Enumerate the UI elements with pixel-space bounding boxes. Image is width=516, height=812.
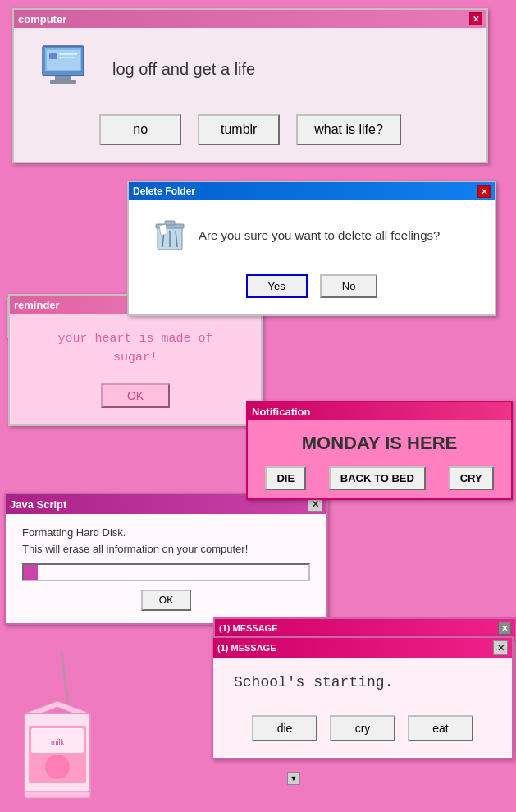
message-die-button[interactable]: die (252, 715, 317, 741)
message-eat-button[interactable]: eat (408, 715, 473, 741)
monday-heading: MONDAY IS HERE (248, 420, 511, 462)
js-ok-button[interactable]: OK (141, 590, 191, 611)
notification-title: Notification (252, 406, 311, 418)
computer-life-button[interactable]: what is life? (296, 114, 401, 145)
computer-no-button[interactable]: no (99, 114, 181, 145)
reminder-message: your heart is made ofsugar! (26, 330, 244, 367)
message2-close-btn[interactable]: ✕ (493, 640, 508, 655)
progress-bar (24, 565, 38, 580)
js-title: Java Script (10, 498, 66, 511)
delete-titlebar: Delete Folder ✕ (129, 182, 495, 200)
back-to-bed-button[interactable]: BACK TO BED (329, 466, 426, 490)
computer-title: computer (18, 13, 66, 25)
delete-title: Delete Folder (133, 186, 195, 197)
svg-rect-14 (159, 224, 167, 235)
svg-rect-10 (165, 221, 175, 225)
js-line2: This will erase all information on your … (22, 543, 310, 555)
svg-rect-2 (55, 76, 71, 80)
reminder-ok-button[interactable]: OK (101, 383, 170, 408)
reminder-title: reminder (14, 299, 60, 311)
computer-titlebar: computer ✕ (14, 10, 486, 28)
svg-rect-7 (59, 57, 74, 58)
computer-message: log off and get a life (112, 60, 255, 79)
message2-buttons-area: die cry eat (234, 715, 491, 741)
message-window-2: (1) MESSAGE ✕ School's starting. die cry… (212, 636, 514, 759)
delete-yes-button[interactable]: Yes (246, 274, 308, 298)
svg-rect-5 (49, 53, 57, 59)
delete-close-btn[interactable]: ✕ (477, 185, 491, 198)
notification-buttons-area: DIE BACK TO BED CRY (248, 462, 511, 498)
delete-message: Are you sure you want to delete all feel… (199, 228, 440, 242)
message2-text: School's starting. (234, 674, 491, 690)
delete-folder-window: Delete Folder ✕ Are you sure you want to… (127, 181, 496, 316)
scroll-button[interactable]: ▼ (287, 772, 300, 785)
svg-point-22 (49, 759, 66, 775)
recycle-bin-icon (153, 217, 186, 254)
svg-marker-17 (25, 701, 90, 713)
svg-text:milk: milk (51, 738, 64, 746)
computer-window: computer ✕ log off and get a life no tum… (12, 8, 488, 163)
message1-title: (1) MESSAGE (219, 623, 278, 633)
message1-close-btn[interactable]: ✕ (498, 622, 511, 635)
progress-bar-container (22, 563, 310, 581)
message-cry-button[interactable]: cry (330, 715, 395, 741)
notification-titlebar: Notification (248, 402, 511, 420)
svg-rect-6 (59, 53, 77, 55)
milk-carton-illustration: milk (8, 648, 115, 812)
computer-buttons-area: no tumblr what is life? (39, 114, 462, 145)
svg-rect-3 (50, 80, 76, 84)
computer-close-btn[interactable]: ✕ (469, 12, 482, 25)
js-line1: Formatting Hard Disk. (22, 526, 310, 539)
message2-title: (1) MESSAGE (217, 643, 276, 653)
svg-rect-23 (25, 791, 90, 798)
message1-titlebar: (1) MESSAGE ✕ (215, 619, 515, 637)
computer-tumblr-button[interactable]: tumblr (198, 114, 280, 145)
die-button[interactable]: DIE (265, 466, 306, 490)
javascript-window: Java Script ✕ Formatting Hard Disk. This… (4, 493, 328, 625)
cry-button[interactable]: CRY (449, 466, 494, 490)
computer-icon (39, 44, 96, 94)
message2-titlebar: (1) MESSAGE ✕ (213, 638, 512, 658)
delete-no-button[interactable]: No (320, 274, 378, 298)
notification-window: Notification MONDAY IS HERE DIE BACK TO … (246, 401, 513, 500)
